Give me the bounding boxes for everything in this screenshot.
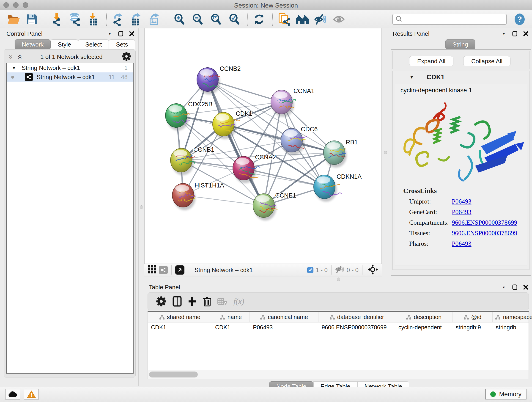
help-button[interactable]: ? — [513, 13, 526, 26]
table-panel-close-icon[interactable] — [523, 284, 529, 290]
column-header--id[interactable]: @id — [452, 312, 493, 322]
tab-select[interactable]: Select — [78, 39, 109, 50]
crosslink-link[interactable]: P06493 — [452, 198, 472, 208]
selected-checkbox-icon[interactable] — [307, 267, 313, 273]
tab-string[interactable]: String — [445, 39, 475, 50]
tab-network[interactable]: Network — [15, 39, 51, 50]
collection-disclosure-icon[interactable]: ▼ — [12, 65, 16, 70]
save-session-button[interactable] — [25, 12, 39, 26]
expand-all-networks-icon[interactable]: » — [7, 55, 15, 59]
table-cell[interactable]: cyclin-dependent ... — [395, 324, 452, 331]
table-toolbar: f(x) — [147, 293, 529, 310]
zoom-out-button[interactable] — [191, 12, 205, 26]
expand-all-button[interactable]: Expand All — [409, 56, 453, 66]
import-network-file-button[interactable] — [50, 12, 64, 26]
add-column-icon[interactable] — [188, 296, 197, 307]
zoom-selected-button[interactable] — [227, 12, 241, 26]
column-header-name[interactable]: name — [212, 312, 250, 322]
column-header-canonical-name[interactable]: canonical name — [250, 312, 318, 322]
table-cell[interactable]: CDK1 — [148, 324, 212, 331]
export-network-button[interactable] — [111, 12, 125, 26]
left-splitter[interactable] — [138, 28, 144, 386]
gene-section-disclosure-icon[interactable]: ▼ — [409, 74, 414, 80]
network-share-icon[interactable] — [159, 266, 168, 274]
show-columns-icon[interactable] — [172, 296, 182, 307]
hidden-eye-icon — [335, 265, 344, 275]
pan-crosshair-icon[interactable] — [367, 264, 378, 276]
results-panel-float-icon[interactable]: ▾ — [501, 31, 507, 37]
hide-selected-button[interactable] — [313, 12, 328, 26]
node-label-CCNA1: CCNA1 — [293, 88, 315, 95]
network-view-name: String Network – cdk1 — [195, 267, 307, 274]
table-cell[interactable]: P06493 — [250, 324, 318, 331]
control-panel-maximize-icon[interactable] — [118, 31, 124, 37]
crosslink-link[interactable]: P06493 — [452, 240, 472, 250]
column-header-description[interactable]: description — [395, 312, 452, 322]
left-splitter-handle[interactable] — [140, 205, 143, 209]
delete-table-icon-disabled — [217, 298, 228, 305]
first-neighbors-button[interactable] — [277, 12, 291, 26]
network-collection-row[interactable]: ▼ String Network – cdk1 1 — [7, 63, 133, 72]
open-session-button[interactable] — [6, 12, 21, 26]
bottom-splitter[interactable] — [144, 276, 532, 282]
node-CCNA1[interactable] — [271, 90, 296, 117]
node-HIST1H1A[interactable] — [172, 183, 196, 210]
birds-eye-view-icon[interactable] — [175, 265, 184, 274]
node-label-HIST1H1A: HIST1H1A — [195, 182, 224, 189]
zoom-in-button[interactable] — [172, 12, 186, 26]
search-input[interactable] — [392, 14, 507, 25]
export-image-button[interactable] — [147, 12, 162, 26]
import-network-database-button[interactable] — [68, 12, 82, 26]
node-label-CCNE1: CCNE1 — [275, 192, 296, 199]
table-panel-maximize-icon[interactable] — [512, 284, 518, 290]
import-table-button[interactable] — [86, 12, 100, 26]
results-panel-title: Results Panel — [393, 30, 429, 37]
crosslink-link[interactable]: 9606.ENSP00000378699 — [452, 230, 517, 240]
network-canvas[interactable]: CCNB2CCNA1CDC25BCDK1CDC6RB1CCNB1CCNA2CDK… — [144, 28, 382, 264]
network-selection-status: 1 of 1 Network selected — [21, 53, 122, 61]
table-panel-title: Table Panel — [149, 284, 180, 291]
tab-sets[interactable]: Sets — [109, 39, 135, 50]
results-panel-maximize-icon[interactable] — [512, 31, 518, 37]
right-splitter-handle[interactable] — [384, 151, 387, 154]
crosslink-label: Compartments: — [409, 219, 452, 230]
node-CCNB2[interactable] — [197, 68, 220, 95]
houses-button[interactable] — [295, 12, 309, 26]
table-cell[interactable]: 9606.ENSP00000378699 — [318, 324, 395, 331]
control-panel-close-icon[interactable] — [129, 31, 135, 37]
table-cell[interactable]: stringdb — [493, 324, 532, 331]
memory-button[interactable]: Memory — [485, 389, 526, 400]
column-header-namespace[interactable]: namespace — [493, 312, 532, 322]
results-panel-close-icon[interactable] — [523, 31, 529, 37]
show-all-button[interactable] — [332, 12, 346, 26]
crosslink-link[interactable]: P06493 — [452, 208, 472, 219]
table-panel-float-icon[interactable]: ▾ — [501, 284, 507, 290]
grid-view-icon[interactable] — [148, 265, 157, 275]
warnings-button[interactable] — [24, 389, 39, 400]
reapply-layout-button[interactable] — [252, 12, 266, 26]
network-options-gear-icon[interactable] — [122, 51, 131, 62]
export-table-button[interactable] — [129, 12, 143, 26]
cloud-button[interactable] — [5, 389, 20, 400]
network-row[interactable]: String Network – cdk1 11 48 — [7, 72, 133, 82]
delete-column-icon[interactable] — [203, 296, 211, 307]
node-RB1[interactable] — [323, 141, 347, 167]
column-header-database-identifier[interactable]: database identifier — [318, 312, 395, 322]
collapse-all-networks-icon[interactable]: » — [15, 55, 23, 59]
scrollbar-thumb[interactable] — [149, 371, 198, 377]
crosslink-label: Pharos: — [409, 240, 452, 250]
table-settings-gear-icon[interactable] — [156, 296, 167, 307]
control-panel-float-icon[interactable]: ▾ — [107, 31, 113, 37]
node-label-CDK1: CDK1 — [236, 110, 252, 117]
zoom-fit-button[interactable] — [209, 12, 223, 26]
table-horizontal-scrollbar[interactable] — [147, 370, 529, 379]
collapse-all-button[interactable]: Collapse All — [463, 56, 510, 66]
crosslink-label: Uniprot: — [409, 198, 452, 208]
table-cell[interactable]: stringdb:9... — [452, 324, 493, 331]
table-cell[interactable]: CDK1 — [212, 324, 250, 331]
tab-style[interactable]: Style — [51, 39, 78, 50]
column-header-shared-name[interactable]: shared name — [148, 312, 212, 322]
right-splitter[interactable] — [382, 28, 389, 276]
crosslink-link[interactable]: 9606.ENSP00000378699 — [452, 219, 517, 230]
bottom-splitter-handle[interactable] — [337, 278, 340, 281]
